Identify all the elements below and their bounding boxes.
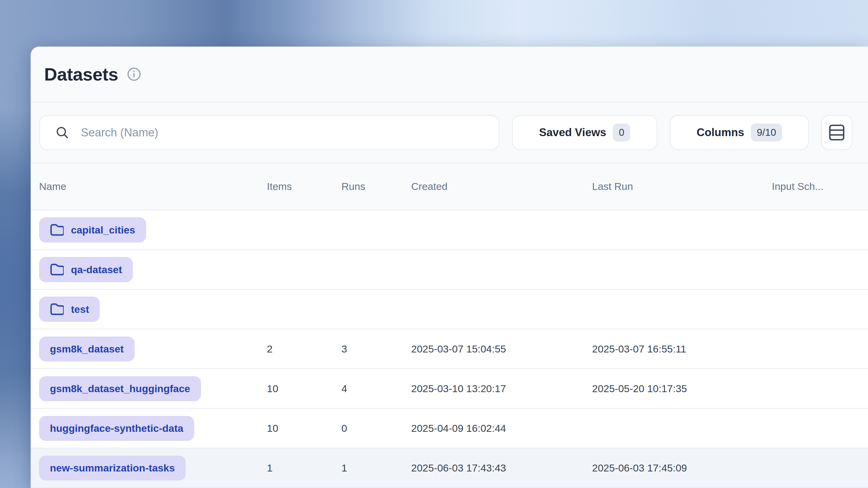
dataset-name: new-summarization-tasks	[50, 462, 175, 474]
name-cell: test	[39, 297, 267, 322]
runs-cell: 3	[341, 343, 411, 355]
datasets-panel: Datasets Saved Views 0 Columns	[31, 46, 868, 488]
dataset-link-badge[interactable]: new-summarization-tasks	[39, 456, 186, 481]
row-height-toggle-button[interactable]	[821, 115, 852, 150]
table-row[interactable]: gsm8k_dataset_huggingface1042025-03-10 1…	[31, 369, 868, 409]
column-header-last-run[interactable]: Last Run	[592, 181, 772, 192]
table-row[interactable]: gsm8k_dataset232025-03-07 15:04:552025-0…	[31, 329, 868, 369]
saved-views-count-badge: 0	[613, 124, 630, 141]
dataset-link-badge[interactable]: gsm8k_dataset	[39, 336, 135, 361]
column-header-created[interactable]: Created	[411, 181, 592, 192]
name-cell: capital_cities	[39, 217, 267, 242]
column-header-name[interactable]: Name	[39, 181, 267, 192]
datasets-table: NameItemsRunsCreatedLast RunInput Sch...…	[31, 163, 868, 488]
runs-cell: 0	[341, 422, 411, 434]
folder-badge[interactable]: qa-dataset	[39, 257, 133, 282]
dataset-name: gsm8k_dataset	[50, 343, 124, 355]
table-row[interactable]: huggingface-synthetic-data1002025-04-09 …	[31, 409, 868, 448]
runs-cell: 1	[341, 462, 411, 474]
items-cell: 10	[267, 422, 341, 434]
created-cell: 2025-06-03 17:43:43	[411, 462, 592, 474]
table-row[interactable]: capital_cities	[31, 210, 868, 250]
last-run-cell: 2025-05-20 10:17:35	[592, 383, 772, 395]
last-run-cell: 2025-03-07 16:55:11	[592, 343, 772, 355]
column-header-items[interactable]: Items	[267, 181, 341, 192]
items-cell: 2	[267, 343, 341, 355]
columns-label: Columns	[697, 126, 744, 139]
name-cell: qa-dataset	[39, 257, 267, 282]
folder-badge[interactable]: test	[39, 297, 100, 322]
folder-badge[interactable]: capital_cities	[39, 217, 146, 242]
column-header-input-sch[interactable]: Input Sch...	[772, 181, 852, 192]
dataset-name: gsm8k_dataset_huggingface	[50, 383, 190, 395]
search-icon	[55, 125, 69, 140]
folder-icon	[50, 263, 64, 275]
table-rows-icon	[829, 124, 845, 141]
dataset-name: qa-dataset	[71, 264, 122, 275]
page-title: Datasets	[44, 64, 118, 85]
runs-cell: 4	[341, 383, 411, 395]
table-row[interactable]: new-summarization-tasks112025-06-03 17:4…	[31, 448, 868, 488]
folder-icon	[50, 224, 64, 236]
columns-button[interactable]: Columns 9/10	[670, 115, 809, 150]
column-header-runs[interactable]: Runs	[341, 181, 411, 192]
info-icon[interactable]	[127, 67, 141, 81]
saved-views-label: Saved Views	[539, 126, 607, 139]
panel-header: Datasets	[31, 46, 868, 102]
dataset-link-badge[interactable]: huggingface-synthetic-data	[39, 416, 194, 441]
saved-views-button[interactable]: Saved Views 0	[512, 115, 657, 150]
created-cell: 2025-03-07 15:04:55	[411, 343, 592, 355]
created-cell: 2025-04-09 16:02:44	[411, 422, 592, 434]
created-cell: 2025-03-10 13:20:17	[411, 383, 592, 395]
dataset-name: test	[71, 303, 89, 315]
table-body: capital_citiesqa-datasettestgsm8k_datase…	[31, 210, 868, 488]
search-box[interactable]	[39, 115, 499, 150]
search-input[interactable]	[81, 126, 499, 139]
table-header-row: NameItemsRunsCreatedLast RunInput Sch...	[31, 163, 868, 210]
folder-icon	[50, 303, 64, 315]
name-cell: new-summarization-tasks	[39, 456, 267, 481]
columns-count-badge: 9/10	[751, 124, 782, 141]
table-row[interactable]: qa-dataset	[31, 250, 868, 290]
items-cell: 10	[267, 383, 341, 395]
name-cell: gsm8k_dataset_huggingface	[39, 376, 267, 401]
dataset-link-badge[interactable]: gsm8k_dataset_huggingface	[39, 376, 201, 401]
toolbar: Saved Views 0 Columns 9/10	[31, 102, 868, 163]
dataset-name: huggingface-synthetic-data	[50, 422, 183, 434]
name-cell: huggingface-synthetic-data	[39, 416, 267, 441]
last-run-cell: 2025-06-03 17:45:09	[592, 462, 772, 474]
table-row[interactable]: test	[31, 290, 868, 329]
name-cell: gsm8k_dataset	[39, 336, 267, 361]
items-cell: 1	[267, 462, 341, 474]
dataset-name: capital_cities	[71, 224, 135, 236]
